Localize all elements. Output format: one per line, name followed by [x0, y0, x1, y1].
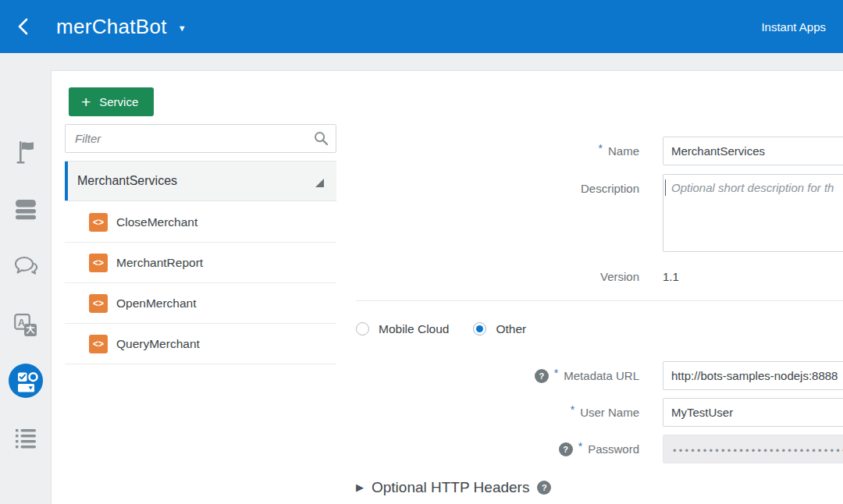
selected-accent-bar: [65, 161, 68, 201]
other-radio[interactable]: [473, 322, 486, 335]
tree-item-closemerchant[interactable]: <> CloseMerchant: [65, 202, 336, 243]
help-icon[interactable]: ?: [559, 442, 573, 456]
dialog-icon[interactable]: [0, 256, 51, 278]
add-service-label: Service: [99, 95, 138, 108]
filter-input[interactable]: [65, 124, 336, 153]
username-label: User Name: [580, 406, 639, 419]
code-icon: <>: [89, 254, 108, 272]
collapse-triangle-icon[interactable]: [315, 177, 325, 191]
required-marker: *: [599, 142, 603, 154]
optional-http-headers-label: Optional HTTP Headers: [372, 479, 529, 496]
help-icon[interactable]: ?: [535, 369, 549, 383]
password-field[interactable]: ••••••••••••••••••••••••••••••••••: [663, 435, 843, 463]
optional-http-headers-toggle[interactable]: ▶ Optional HTTP Headers ?: [356, 476, 551, 499]
service-type-radios: Mobile Cloud Other: [356, 321, 526, 336]
description-label: Description: [581, 182, 639, 195]
tree-item-querymerchant[interactable]: <> QueryMerchant: [65, 324, 336, 364]
filter-field: [65, 124, 336, 153]
plus-icon: +: [81, 94, 91, 110]
components-icon-active[interactable]: [0, 364, 51, 398]
mobile-cloud-radio[interactable]: [356, 322, 369, 335]
main-panel: + Service MerchantServices: [51, 70, 843, 504]
name-label-row: * Name: [327, 137, 639, 165]
version-label-row: Version: [327, 262, 639, 291]
help-icon[interactable]: ?: [537, 481, 551, 495]
version-label: Version: [600, 270, 639, 283]
required-marker: *: [571, 403, 574, 416]
tree-item-openmerchant[interactable]: <> OpenMerchant: [65, 283, 336, 324]
metadata-url-input[interactable]: [663, 361, 843, 390]
expand-triangle-icon: ▶: [356, 481, 364, 494]
required-marker: *: [554, 367, 558, 379]
app-window: merChatBot ▼ Instant Apps: [0, 0, 843, 504]
title-dropdown-caret-icon[interactable]: ▼: [178, 21, 187, 33]
tree-root-merchantservices[interactable]: MerchantServices: [65, 161, 336, 201]
code-icon: <>: [89, 335, 108, 353]
add-service-button[interactable]: + Service: [69, 87, 154, 116]
top-bar: merChatBot ▼ Instant Apps: [0, 0, 843, 53]
list-icon[interactable]: [0, 429, 51, 450]
tree-root-label: MerchantServices: [77, 174, 177, 188]
tree-item-label: CloseMerchant: [116, 215, 197, 229]
left-nav-rail: A: [0, 53, 51, 504]
metadata-url-label: Metadata URL: [564, 369, 639, 382]
other-label[interactable]: Other: [496, 322, 526, 336]
tree-item-label: MerchantReport: [116, 256, 203, 270]
tree-item-label: QueryMerchant: [116, 337, 200, 351]
translate-icon[interactable]: A: [0, 314, 51, 337]
description-label-row: Description: [327, 174, 639, 203]
required-marker: *: [578, 440, 582, 453]
bot-title: merChatBot: [56, 15, 167, 39]
instant-apps-link[interactable]: Instant Apps: [761, 0, 826, 53]
version-value: 1.1: [663, 262, 679, 291]
back-icon[interactable]: [14, 16, 34, 37]
name-input[interactable]: [663, 137, 843, 165]
mobile-cloud-label[interactable]: Mobile Cloud: [379, 322, 449, 336]
text-caret: [665, 179, 666, 196]
name-label: Name: [608, 144, 639, 158]
description-textarea[interactable]: [663, 174, 843, 252]
components-icon: [9, 364, 43, 398]
username-label-row: * User Name: [327, 398, 639, 427]
password-masked-value: ••••••••••••••••••••••••••••••••••: [673, 442, 843, 456]
section-divider: [356, 300, 843, 301]
password-label-row: ? * Password: [327, 435, 639, 463]
flag-icon[interactable]: [0, 140, 51, 165]
password-label: Password: [588, 442, 639, 456]
code-icon: <>: [89, 294, 108, 313]
metadata-label-row: ? * Metadata URL: [327, 361, 639, 390]
code-icon: <>: [89, 213, 108, 232]
username-input[interactable]: [663, 398, 843, 427]
layers-icon[interactable]: [0, 200, 51, 220]
tree-item-label: OpenMerchant: [116, 296, 197, 311]
tree-item-merchantreport[interactable]: <> MerchantReport: [65, 243, 336, 283]
